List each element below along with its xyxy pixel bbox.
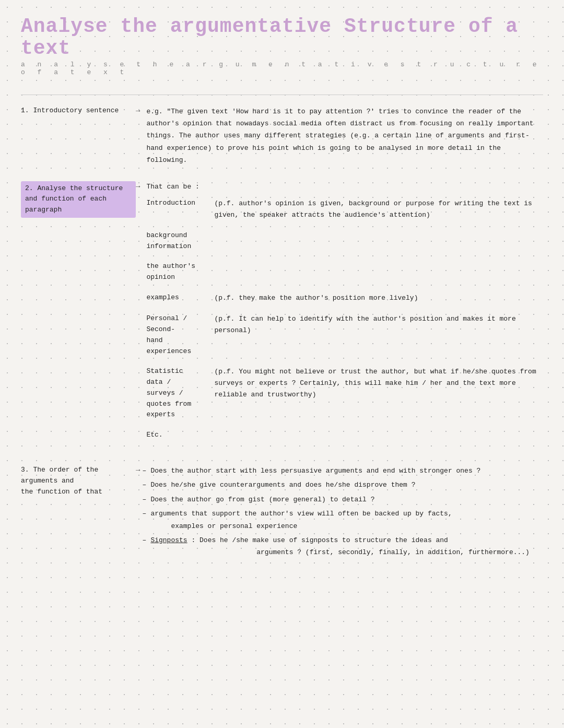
term-statistic: Statisticdata /surveys /quotes fromexper… <box>146 366 214 420</box>
term-opinion: the author'sopinion <box>146 261 214 283</box>
struct-row-background: backgroundinformation <box>146 230 543 252</box>
section-2-arrow: → <box>136 182 140 191</box>
section-3-content: Does the author start with less persuasi… <box>142 465 543 561</box>
struct-row-examples: examples (p.f. they make the author's po… <box>146 292 543 304</box>
section-3: 3. The order of the arguments and the fu… <box>21 465 543 561</box>
section-1-label: 1. Introductory sentence <box>21 105 136 116</box>
term-examples: examples <box>146 292 214 303</box>
section-2: 2. Analyse the structure and function of… <box>21 181 543 451</box>
page-title-big: Analyse the argumentative Structure of a… <box>21 16 543 60</box>
struct-row-introduction: Introduction (p.f. author's opinion is g… <box>146 198 543 221</box>
bullet-5-signposts: Signposts : Does he /she make use of sig… <box>142 534 543 559</box>
eg-prefix: e.g. <box>146 108 167 115</box>
desc-introduction: (p.f. author's opinion is given, backgro… <box>214 198 543 221</box>
section-1-quote: e.g. "The given text 'How hard is it to … <box>146 105 543 167</box>
desc-examples: (p.f. they make the author's position mo… <box>214 292 543 304</box>
term-etc: Etc. <box>146 430 214 441</box>
quote-text: "The given text 'How hard is it to pay a… <box>146 108 533 165</box>
struct-row-opinion: the author'sopinion <box>146 261 543 283</box>
bullet-2: Does he/she give counterarguments and do… <box>142 479 543 491</box>
page-header: Analyse the argumentative Structure of a… <box>21 10 543 79</box>
section-2-label: 2. Analyse the structure and function of… <box>21 181 136 218</box>
term-personal: Personal /Second-handexperiences <box>146 313 214 357</box>
desc-personal: (p.f. It can help to identify with the a… <box>214 313 543 336</box>
signposts-label: Signposts <box>150 536 187 544</box>
bullet-3: Does the author go from gist (more gener… <box>142 494 543 506</box>
struct-row-statistic: Statisticdata /surveys /quotes fromexper… <box>146 366 543 420</box>
section-3-bullets: Does the author start with less persuasi… <box>142 465 543 559</box>
term-introduction: Introduction <box>146 198 214 209</box>
section-1-arrow: → <box>136 107 140 115</box>
section-3-arrow: → <box>136 466 140 474</box>
bullet-4: arguments that support the author's view… <box>142 508 543 532</box>
section-2-prefix: That can be : <box>146 181 543 193</box>
bullet-1: Does the author start with less persuasi… <box>142 465 543 477</box>
term-background: backgroundinformation <box>146 230 214 252</box>
section-3-label: 3. The order of the arguments and the fu… <box>21 465 136 497</box>
section-1: 1. Introductory sentence → e.g. "The giv… <box>21 105 543 167</box>
section-2-content: That can be : Introduction (p.f. author'… <box>146 181 543 451</box>
struct-row-personal: Personal /Second-handexperiences (p.f. I… <box>146 313 543 357</box>
page-title-small: A n a l y s e t h e a r g u m e n t a t … <box>21 61 543 76</box>
section-1-content: e.g. "The given text 'How hard is it to … <box>146 105 543 167</box>
desc-statistic: (p.f. You might not believe or trust the… <box>214 366 543 401</box>
struct-row-etc: Etc. <box>146 430 543 441</box>
